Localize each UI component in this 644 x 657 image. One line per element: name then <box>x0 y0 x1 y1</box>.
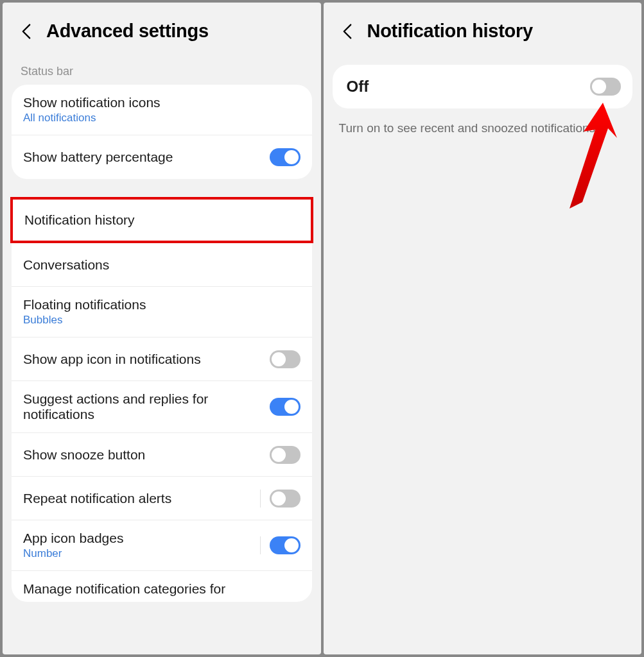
row-subtitle: Number <box>23 547 255 560</box>
row-repeat-alerts[interactable]: Repeat notification alerts <box>12 477 312 520</box>
row-title: Show app icon in notifications <box>23 352 270 367</box>
toggle-battery-percentage[interactable] <box>270 148 300 166</box>
advanced-settings-screen: Advanced settings Status bar Show notifi… <box>3 3 321 654</box>
row-master-toggle[interactable]: Off <box>333 65 633 108</box>
row-subtitle: All notifications <box>23 112 300 124</box>
row-title: Repeat notification alerts <box>23 491 255 506</box>
row-truncated[interactable]: Manage notification categories for <box>12 571 312 602</box>
back-button[interactable] <box>342 26 353 37</box>
description-text: Turn on to see recent and snoozed notifi… <box>324 108 642 149</box>
notifications-card: Conversations Floating notifications Bub… <box>12 243 312 602</box>
row-conversations[interactable]: Conversations <box>12 243 312 287</box>
toggle-state-label: Off <box>347 78 369 96</box>
toggle-card: Off <box>333 65 633 108</box>
row-title: App icon badges <box>23 531 255 546</box>
row-show-app-icon[interactable]: Show app icon in notifications <box>12 337 312 381</box>
row-title: Conversations <box>23 257 300 273</box>
row-title: Notification history <box>24 212 299 228</box>
notification-history-screen: Notification history Off Turn on to see … <box>324 3 642 654</box>
status-bar-card: Show notification icons All notification… <box>12 85 312 179</box>
row-show-notification-icons[interactable]: Show notification icons All notification… <box>12 85 312 135</box>
header: Notification history <box>324 3 642 60</box>
toggle-app-icon[interactable] <box>270 350 300 368</box>
row-notification-history-highlighted[interactable]: Notification history <box>10 197 313 243</box>
toggle-snooze[interactable] <box>270 446 300 464</box>
row-title: Show battery percentage <box>23 149 270 165</box>
page-title: Advanced settings <box>46 21 209 42</box>
page-title: Notification history <box>367 21 533 42</box>
section-label-status-bar: Status bar <box>3 60 321 85</box>
back-button[interactable] <box>21 26 32 37</box>
chevron-left-icon <box>342 23 352 40</box>
row-floating-notifications[interactable]: Floating notifications Bubbles <box>12 287 312 337</box>
row-show-snooze[interactable]: Show snooze button <box>12 433 312 477</box>
toggle-app-badges[interactable] <box>270 536 300 554</box>
row-subtitle: Bubbles <box>23 314 300 327</box>
chevron-left-icon <box>21 23 31 40</box>
row-title: Suggest actions and replies for notifica… <box>23 391 270 422</box>
toggle-repeat-alerts[interactable] <box>270 490 300 508</box>
toggle-suggest-actions[interactable] <box>270 398 300 416</box>
header: Advanced settings <box>3 3 321 60</box>
row-title: Show snooze button <box>23 447 270 463</box>
row-show-battery-percentage[interactable]: Show battery percentage <box>12 135 312 179</box>
row-suggest-actions[interactable]: Suggest actions and replies for notifica… <box>12 381 312 433</box>
row-app-icon-badges[interactable]: App icon badges Number <box>12 520 312 571</box>
row-title: Floating notifications <box>23 297 300 312</box>
row-title: Show notification icons <box>23 95 300 110</box>
toggle-notification-history[interactable] <box>590 78 621 96</box>
